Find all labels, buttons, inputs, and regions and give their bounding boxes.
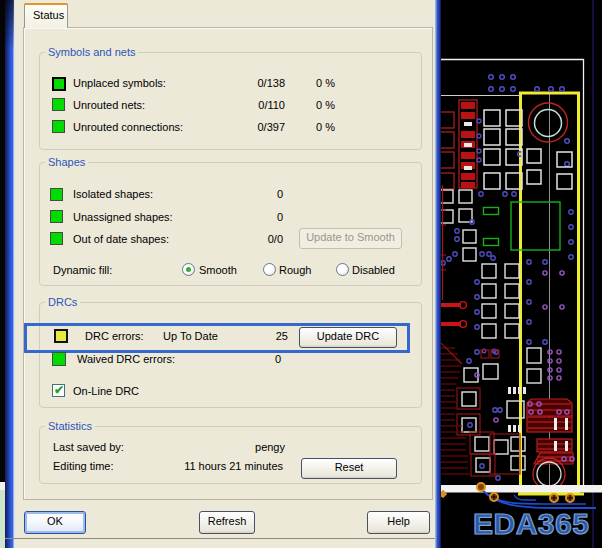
svg-text:EDA365: EDA365: [473, 507, 589, 540]
